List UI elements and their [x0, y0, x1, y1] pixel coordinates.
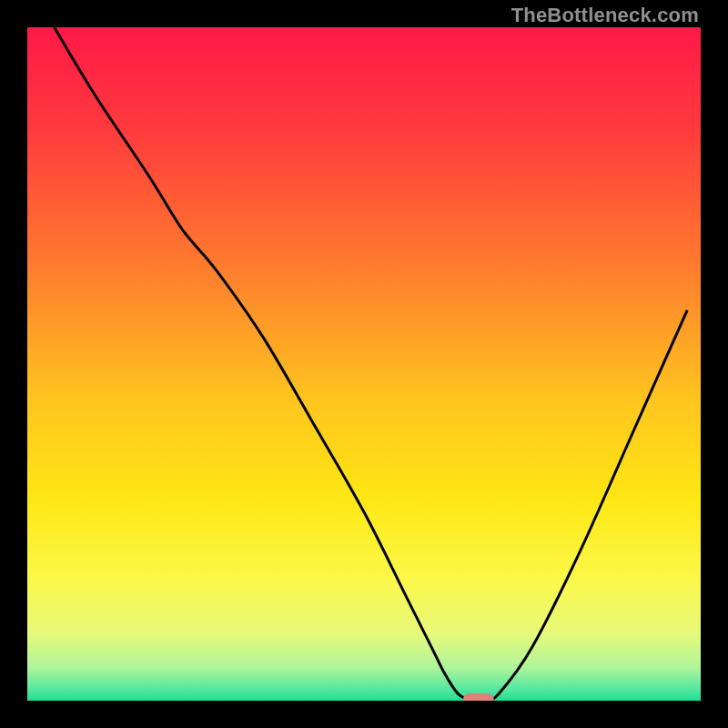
- optimal-marker: [463, 693, 494, 701]
- bottleneck-chart: [27, 27, 701, 701]
- watermark-text: TheBottleneck.com: [511, 4, 699, 27]
- gradient-background: [27, 27, 701, 701]
- chart-frame: [27, 27, 701, 701]
